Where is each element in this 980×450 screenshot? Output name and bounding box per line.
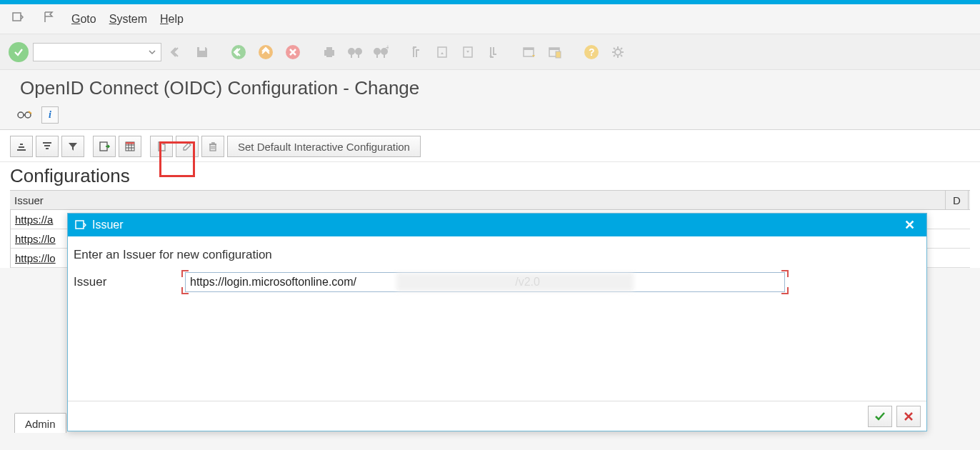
back-icon[interactable] [166,44,187,60]
tab-admin[interactable]: Admin [14,413,66,433]
cell-issuer[interactable]: https://a [11,214,57,226]
cancel-circle-icon[interactable] [281,44,304,61]
svg-point-21 [615,49,621,55]
next-page-icon[interactable] [457,44,479,60]
glasses-icon[interactable] [16,106,33,124]
svg-rect-7 [351,54,352,58]
svg-rect-5 [326,47,332,51]
create-button[interactable] [150,136,173,157]
back-circle-icon[interactable] [227,44,250,61]
required-marker [781,287,789,294]
redacted-overlay [396,273,634,291]
issuer-dialog: Issuer ✕ Enter an Issuer for new configu… [67,213,927,431]
info-icon[interactable]: i [41,106,59,124]
export-button[interactable] [93,136,116,157]
cell-issuer[interactable]: https://lo [11,233,60,245]
prev-page-icon[interactable] [431,44,453,60]
edit-button[interactable] [176,136,199,157]
layout-button[interactable] [119,136,141,157]
help-icon[interactable]: ? [580,44,603,61]
enter-button[interactable] [9,42,29,62]
alv-toolbar: Set Default Interactive Configuration [0,130,980,162]
col-issuer[interactable]: Issuer [10,191,946,209]
svg-rect-9 [376,54,378,58]
menu-help[interactable]: Help [160,13,184,26]
section-title: Configurations [0,162,980,190]
print-icon[interactable] [319,44,340,60]
required-marker [181,287,189,294]
svg-rect-17 [549,48,559,50]
required-marker [181,270,189,277]
svg-rect-8 [358,54,359,58]
find-icon[interactable] [344,44,366,60]
col-d[interactable]: D [946,191,969,209]
standard-toolbar: + ? [0,34,980,70]
menu-bar: Goto System Help [0,4,980,34]
dialog-footer [68,401,926,431]
dialog-header: Issuer ✕ [68,214,926,236]
sort-desc-button[interactable] [36,136,59,157]
up-circle-icon[interactable] [254,44,277,61]
svg-rect-18 [556,51,561,58]
close-icon[interactable]: ✕ [900,216,919,234]
new-session-icon[interactable] [519,44,540,60]
svg-rect-28 [76,221,84,229]
ok-button[interactable] [868,406,892,427]
menu-goto[interactable]: Goto [71,13,96,26]
set-default-button[interactable]: Set Default Interactive Configuration [227,136,421,157]
svg-rect-0 [13,13,21,21]
svg-rect-26 [126,142,134,144]
cancel-button[interactable] [896,406,921,427]
menu-window-icon[interactable] [9,11,27,27]
table-header: Issuer D [10,190,970,210]
filter-button[interactable] [61,136,84,157]
issuer-label: Issuer [74,275,181,289]
dialog-title: Issuer [92,219,124,231]
menu-flag-icon[interactable] [40,11,59,27]
command-field[interactable] [33,43,161,61]
delete-button[interactable] [201,136,224,157]
save-icon[interactable] [191,44,213,60]
svg-rect-10 [384,54,385,58]
svg-rect-6 [326,54,332,57]
last-page-icon[interactable] [483,44,504,60]
settings-gear-icon[interactable] [607,44,629,60]
dialog-icon [75,219,86,231]
first-page-icon[interactable] [406,44,427,60]
menu-system[interactable]: System [109,13,147,26]
cell-issuer[interactable]: https://lo [11,252,60,264]
svg-rect-15 [524,48,534,50]
find-next-icon[interactable]: + [370,44,391,60]
tab-strip: Admin [14,413,66,433]
svg-point-22 [18,112,24,118]
sort-asc-button[interactable] [10,136,33,157]
dialog-prompt: Enter an Issuer for new configuration [74,248,921,262]
page-title: OpenID Connect (OIDC) Configuration - Ch… [0,70,980,105]
app-toolbar: i [0,105,980,129]
layout-icon[interactable] [544,44,566,60]
required-marker [781,270,789,277]
svg-text:?: ? [589,46,595,58]
svg-text:+: + [386,44,389,51]
